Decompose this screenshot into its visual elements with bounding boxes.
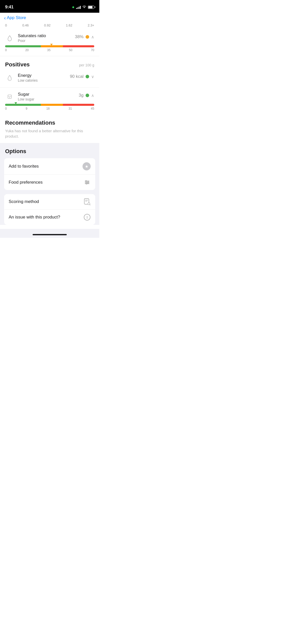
saturates-labels: 0 20 35 50 70 bbox=[5, 48, 94, 52]
info-circle-icon: ! bbox=[84, 214, 91, 221]
signal-icon bbox=[76, 5, 81, 9]
energy-text: Energy Low calories bbox=[18, 73, 38, 82]
food-preferences-item[interactable]: Food preferences bbox=[4, 175, 95, 190]
energy-chevron-down-icon[interactable]: ∨ bbox=[91, 74, 94, 79]
sugar-right: 3g ∧ bbox=[79, 92, 94, 98]
sugar-subtitle: Low sugar bbox=[18, 97, 34, 101]
sat-label-35: 35 bbox=[47, 48, 50, 52]
add-to-favorites-label: Add to favorites bbox=[9, 164, 39, 169]
energy-icon bbox=[5, 73, 14, 82]
add-to-favorites-item[interactable]: Add to favorites ★ bbox=[4, 158, 95, 175]
energy-right: 90 kcal ∨ bbox=[70, 73, 94, 79]
scale-2: 0.92 bbox=[44, 23, 50, 27]
sugar-marker bbox=[15, 102, 17, 104]
options-group-2: Scoring method An issue with this produc… bbox=[4, 194, 95, 225]
sugar-section: Sugar Low sugar 3g ∧ 0 9 18 31 45 bbox=[0, 88, 99, 114]
energy-status-dot bbox=[86, 75, 89, 78]
options-heading: Options bbox=[4, 148, 95, 155]
scoring-method-label: Scoring method bbox=[9, 199, 39, 204]
saturates-marker bbox=[50, 44, 53, 46]
energy-subtitle: Low calories bbox=[18, 78, 38, 82]
energy-value: 90 kcal bbox=[70, 74, 84, 79]
status-time: 9:41 bbox=[5, 5, 13, 10]
scale-header: 0 0.46 0.92 1.62 2.3+ bbox=[0, 22, 99, 29]
svg-point-6 bbox=[86, 183, 87, 184]
saturates-value: 38% bbox=[75, 34, 84, 39]
food-preferences-label: Food preferences bbox=[9, 180, 43, 185]
options-section: Options Add to favorites ★ Food preferen… bbox=[0, 143, 99, 225]
issue-product-item[interactable]: An issue with this product? ! bbox=[4, 210, 95, 225]
saturates-status-dot bbox=[86, 35, 89, 39]
saturates-right: 38% ∧ bbox=[75, 33, 94, 39]
positives-per-unit: per 100 g bbox=[79, 63, 94, 67]
scale-0: 0 bbox=[5, 23, 7, 27]
saturates-header: Saturates ratio Poor 38% ∧ bbox=[5, 33, 94, 43]
status-bar: 9:41 bbox=[0, 0, 99, 13]
back-chevron-icon: ‹ bbox=[4, 15, 6, 20]
sugar-title: Sugar bbox=[18, 92, 34, 97]
sugar-left: Sugar Low sugar bbox=[5, 92, 34, 101]
star-icon: ★ bbox=[83, 162, 91, 170]
sliders-icon bbox=[84, 179, 91, 186]
energy-header: Energy Low calories 90 kcal ∨ bbox=[5, 73, 94, 82]
sugar-progress: 0 9 18 31 45 bbox=[5, 104, 94, 110]
energy-section: Energy Low calories 90 kcal ∨ bbox=[0, 69, 99, 88]
recommendations-heading: Recommendations bbox=[5, 120, 94, 126]
svg-point-5 bbox=[88, 182, 89, 183]
saturates-title: Saturates ratio bbox=[18, 33, 46, 38]
saturates-ratio-section: Saturates ratio Poor 38% ∧ 0 20 35 50 70 bbox=[0, 29, 99, 56]
issue-product-label: An issue with this product? bbox=[9, 215, 60, 220]
back-label: App Store bbox=[7, 15, 26, 20]
sugar-label-9: 9 bbox=[26, 107, 28, 110]
home-indicator bbox=[0, 229, 99, 238]
scoring-method-item[interactable]: Scoring method bbox=[4, 194, 95, 210]
sugar-text: Sugar Low sugar bbox=[18, 92, 34, 101]
status-icons bbox=[72, 5, 94, 9]
saturates-left: Saturates ratio Poor bbox=[5, 33, 46, 43]
svg-point-4 bbox=[86, 181, 87, 182]
saturates-text: Saturates ratio Poor bbox=[18, 33, 46, 43]
saturates-progress-track bbox=[5, 45, 94, 47]
saturates-progress: 0 20 35 50 70 bbox=[5, 45, 94, 52]
navigation-bar: ‹ App Store bbox=[0, 13, 99, 22]
sugar-value: 3g bbox=[79, 93, 84, 98]
positives-heading: Positives per 100 g bbox=[0, 56, 99, 69]
sugar-chevron-up-icon[interactable]: ∧ bbox=[91, 93, 94, 98]
sat-label-0: 0 bbox=[5, 48, 7, 52]
positives-title: Positives bbox=[5, 61, 30, 68]
options-group-1: Add to favorites ★ Food preferences bbox=[4, 158, 95, 190]
svg-line-11 bbox=[90, 204, 90, 205]
scale-1: 0.46 bbox=[22, 23, 29, 27]
saturates-subtitle: Poor bbox=[18, 39, 46, 43]
activity-dot bbox=[72, 6, 74, 8]
exclamation-circle: ! bbox=[84, 214, 90, 221]
sugar-label-31: 31 bbox=[69, 107, 72, 110]
sugar-labels: 0 9 18 31 45 bbox=[5, 107, 94, 110]
sugar-label-0: 0 bbox=[5, 107, 7, 110]
sugar-icon bbox=[5, 92, 14, 101]
wifi-icon bbox=[82, 5, 86, 9]
sugar-header: Sugar Low sugar 3g ∧ bbox=[5, 92, 94, 101]
battery-icon bbox=[88, 6, 94, 9]
home-bar bbox=[33, 234, 67, 235]
sugar-progress-track bbox=[5, 104, 94, 106]
sugar-status-dot bbox=[86, 94, 89, 97]
sat-label-70: 70 bbox=[91, 48, 94, 52]
sat-label-50: 50 bbox=[69, 48, 72, 52]
sat-label-20: 20 bbox=[25, 48, 29, 52]
saturates-chevron-up-icon[interactable]: ∧ bbox=[91, 35, 94, 39]
recommendations-text: Yuka has not found a better alternative … bbox=[5, 128, 94, 139]
back-button[interactable]: ‹ App Store bbox=[4, 15, 95, 20]
recommendations-section: Recommendations Yuka has not found a bet… bbox=[0, 114, 99, 143]
doc-search-icon bbox=[84, 198, 91, 205]
star-symbol: ★ bbox=[85, 164, 88, 169]
sugar-label-45: 45 bbox=[91, 107, 94, 110]
energy-left: Energy Low calories bbox=[5, 73, 38, 82]
scale-4: 2.3+ bbox=[88, 23, 94, 27]
scale-3: 1.62 bbox=[66, 23, 72, 27]
sugar-label-18: 18 bbox=[46, 107, 50, 110]
energy-title: Energy bbox=[18, 73, 38, 78]
saturates-icon bbox=[5, 34, 14, 43]
